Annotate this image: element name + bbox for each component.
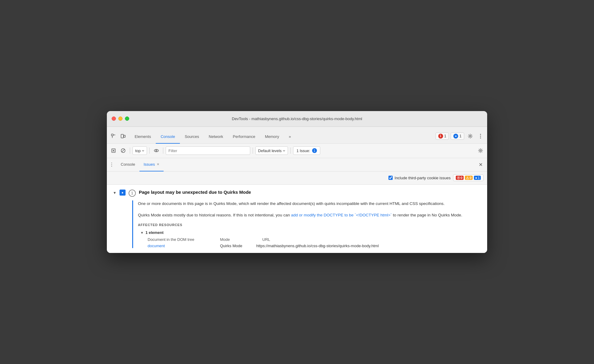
tab-network[interactable]: Network [204,130,228,144]
resource-count: 1 element [145,230,164,235]
title-bar: DevTools - mathiasbynens.github.io/css-d… [107,111,487,127]
secondary-menu-icon[interactable]: ⋮ [109,162,114,168]
svg-rect-0 [111,134,113,136]
issue-chevron-icon[interactable]: ▼ [113,191,117,195]
svg-line-13 [122,149,125,152]
error-badge: 1 [438,134,443,139]
toolbar-divider-5 [290,148,291,154]
resource-table: Document in the DOM tree Mode URL docume… [148,237,481,248]
eye-icon[interactable] [152,146,161,155]
more-options-icon[interactable] [476,132,485,140]
tab-sources[interactable]: Sources [180,130,204,144]
content-area: ⋮ Console Issues ✕ ✕ Include third-party… [107,158,487,253]
close-button[interactable] [112,117,116,121]
resource-tree-row: ▼ 1 element [140,230,481,235]
element-picker-icon[interactable] [109,132,118,140]
traffic-lights [112,117,129,121]
svg-point-6 [480,134,481,135]
toolbar-right: 1 1 ● 1 [436,132,485,143]
resource-tree: ▼ 1 element Document in the DOM tree Mod… [140,230,481,248]
affected-resources-label: AFFECTED RESOURCES [138,223,481,227]
console-settings-icon[interactable] [476,146,485,155]
issues-filter-bar: Include third-party cookie issues 0 0 ● … [107,171,487,185]
svg-point-21 [468,179,468,179]
tab-console[interactable]: Console [156,130,180,144]
toolbar-divider-1 [130,148,130,154]
main-tab-bar: Elements Console Sources Network Perform… [107,127,487,144]
maximize-button[interactable] [125,117,129,121]
issue-description-2: Quirks Mode exists mostly due to histori… [138,212,481,219]
context-selector[interactable]: top [133,146,147,155]
toolbar-right-gear [476,146,485,155]
device-toolbar-icon[interactable] [119,132,127,140]
issues-info-badge: 1 [312,148,317,153]
filter-input[interactable] [166,146,250,155]
clear-console-icon[interactable] [109,146,118,155]
tab-more[interactable]: » [284,130,296,144]
toolbar-divider-4 [253,148,253,154]
window-title: DevTools - mathiasbynens.github.io/css-d… [232,117,362,121]
issue-title: Page layout may be unexpected due to Qui… [139,190,251,195]
error-filter-badge[interactable]: 0 [456,176,464,180]
svg-rect-4 [124,135,125,137]
sec-tab-console[interactable]: Console [117,158,139,171]
issue-header-row: ▼ ● 1 Page layout may be unexpected due … [113,190,481,197]
secondary-tab-bar: ⋮ Console Issues ✕ ✕ [107,158,487,171]
minimize-button[interactable] [118,117,123,121]
info-count-button[interactable]: ● 1 [451,133,464,140]
resource-table-row: document Quirks Mode https://mathiasbyne… [148,244,481,248]
resource-chevron-icon[interactable]: ▼ [140,231,144,235]
settings-icon[interactable] [466,132,474,140]
third-party-cookie-checkbox-label[interactable]: Include third-party cookie issues [388,176,451,180]
toolbar-divider-2 [149,148,150,154]
issue-description-1: One or more documents in this page is in… [138,200,481,207]
svg-rect-3 [121,134,123,138]
resource-table-header: Document in the DOM tree Mode URL [148,237,481,242]
issue-filter-badges: 0 0 ● 1 [453,174,484,181]
info-filter-badge[interactable]: ● 1 [474,176,481,180]
issues-tab-close-icon[interactable]: ✕ [157,162,159,166]
svg-point-5 [470,135,471,137]
info-badge: ● [453,134,458,139]
issue-body: One or more documents in this page is in… [132,200,481,248]
levels-dropdown[interactable]: Default levels [255,146,288,155]
toolbar-icons-left [109,132,127,143]
tab-elements[interactable]: Elements [130,130,156,144]
svg-point-8 [480,137,481,138]
document-link[interactable]: document [148,244,165,248]
issues-badge-button[interactable]: 1 Issue: 1 [293,146,320,155]
tab-performance[interactable]: Performance [228,130,260,144]
warning-filter-badge[interactable]: 0 [465,176,473,180]
resource-doc-link-cell: document [148,244,208,248]
devtools-window: DevTools - mathiasbynens.github.io/css-d… [107,111,487,253]
resource-mode-cell: Quirks Mode [220,244,244,248]
svg-point-15 [156,150,157,151]
svg-point-7 [480,136,481,136]
toolbar-divider-3 [163,148,163,154]
resource-url-cell: https://mathiasbynens.github.io/css-dbg-… [256,244,379,248]
sec-tab-issues[interactable]: Issues ✕ [139,158,164,171]
console-toolbar: top Default levels 1 Issue: 1 [107,144,487,158]
block-icon[interactable] [119,146,127,155]
issue-count-badge: 1 [129,190,136,197]
third-party-cookie-checkbox[interactable] [388,176,393,180]
panel-close-icon[interactable]: ✕ [476,160,485,169]
svg-point-16 [480,150,481,152]
issue-link[interactable]: add or modify the DOCTYPE to be `<!DOCTY… [291,213,392,217]
error-count-button[interactable]: 1 1 [436,133,449,140]
svg-point-14 [154,149,158,152]
issue-type-icon: ● [120,190,126,196]
issues-content: ▼ ● 1 Page layout may be unexpected due … [107,185,487,253]
tab-memory[interactable]: Memory [260,130,284,144]
